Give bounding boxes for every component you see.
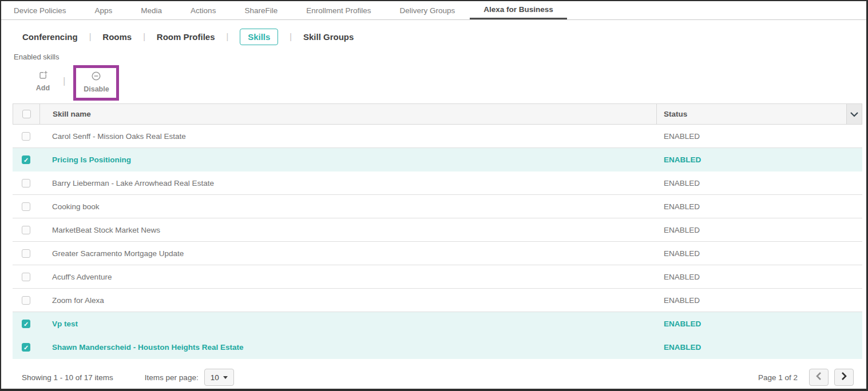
skills-table: Skill name Status Carol Senff - Mission …	[13, 103, 862, 359]
column-menu-button[interactable]	[846, 104, 862, 124]
row-checkbox-cell	[13, 179, 39, 187]
next-page-button[interactable]	[834, 369, 854, 386]
top-navigation: Device Policies Apps Media Actions Share…	[1, 1, 866, 20]
row-checkbox-cell	[13, 132, 39, 141]
items-per-page-value: 10	[211, 373, 219, 382]
showing-count-text: Showing 1 - 10 of 17 items	[22, 373, 113, 382]
subtab-conferencing[interactable]: Conferencing	[22, 32, 78, 42]
toolbar: Add | Disable	[1, 63, 866, 100]
table-row[interactable]: Greater Sacramento Mortgage UpdateENABLE…	[13, 242, 862, 265]
sub-navigation: Conferencing | Rooms | Room Profiles | S…	[1, 27, 866, 46]
row-checkbox-cell: ✓	[13, 343, 39, 352]
chevron-down-icon	[850, 109, 858, 119]
row-checkbox-checked[interactable]: ✓	[22, 155, 30, 164]
row-checkbox-checked[interactable]: ✓	[22, 320, 30, 328]
row-checkbox-checked[interactable]: ✓	[22, 343, 30, 352]
row-checkbox[interactable]	[22, 132, 30, 141]
tab-delivery-groups[interactable]: Delivery Groups	[399, 1, 455, 19]
skill-name: Cooking book	[39, 202, 656, 211]
skill-name: MarketBeat Stock Market News	[39, 226, 656, 234]
row-checkbox-cell	[13, 273, 39, 281]
table-row[interactable]: Zoom for AlexaENABLED	[13, 289, 862, 312]
skill-name: Carol Senff - Mission Oaks Real Estate	[39, 132, 656, 141]
row-checkbox[interactable]	[22, 273, 30, 281]
table-body: Carol Senff - Mission Oaks Real EstateEN…	[13, 125, 862, 359]
toolbar-separator: |	[63, 75, 65, 87]
skill-name: Greater Sacramento Mortgage Update	[39, 249, 656, 258]
tab-media[interactable]: Media	[141, 1, 162, 19]
row-checkbox[interactable]	[22, 179, 30, 187]
tab-sharefile[interactable]: ShareFile	[244, 1, 278, 19]
tab-actions[interactable]: Actions	[191, 1, 216, 19]
caret-down-icon	[223, 376, 228, 379]
subtab-room-profiles[interactable]: Room Profiles	[157, 32, 215, 42]
subtab-rooms[interactable]: Rooms	[102, 32, 132, 42]
skill-status: ENABLED	[656, 202, 862, 211]
skill-status: ENABLED	[656, 320, 862, 328]
subnav-separator: |	[89, 32, 92, 41]
table-row[interactable]: Cooking bookENABLED	[13, 195, 862, 218]
skill-name: Barry Lieberman - Lake Arrowhead Real Es…	[39, 179, 656, 187]
chevron-left-icon	[816, 372, 822, 382]
disable-button[interactable]: Disable	[82, 71, 110, 93]
row-checkbox[interactable]	[22, 226, 30, 234]
items-per-page-label: Items per page:	[145, 373, 199, 382]
table-row[interactable]: Carol Senff - Mission Oaks Real EstateEN…	[13, 125, 862, 148]
table-row[interactable]: ✓Shawn Manderscheid - Houston Heights Re…	[13, 336, 862, 359]
page-indicator: Page 1 of 2	[758, 373, 798, 382]
disable-highlight-box: Disable	[73, 65, 119, 101]
row-checkbox[interactable]	[22, 296, 30, 305]
tab-enrollment-profiles[interactable]: Enrollment Profiles	[306, 1, 371, 19]
table-row[interactable]: ✓Vp testENABLED	[13, 312, 862, 336]
skill-name: Vp test	[39, 320, 656, 328]
add-button[interactable]: Add	[29, 70, 57, 92]
previous-page-button[interactable]	[809, 369, 829, 386]
skill-name: Shawn Manderscheid - Houston Heights Rea…	[39, 343, 656, 352]
table-row[interactable]: Acuff's AdventureENABLED	[13, 265, 862, 289]
table-row[interactable]: ✓Pricing Is PositioningENABLED	[13, 148, 862, 171]
skill-status: ENABLED	[656, 226, 862, 234]
skill-name: Pricing Is Positioning	[39, 155, 656, 164]
add-button-label: Add	[36, 84, 50, 92]
row-checkbox[interactable]	[22, 249, 30, 258]
subtab-skills[interactable]: Skills	[240, 29, 278, 45]
tab-apps[interactable]: Apps	[95, 1, 113, 19]
skill-status: ENABLED	[656, 132, 862, 141]
skill-status: ENABLED	[656, 179, 862, 187]
skill-status: ENABLED	[656, 296, 862, 305]
subnav-separator: |	[143, 32, 145, 41]
row-checkbox-cell	[13, 296, 39, 305]
skill-name: Acuff's Adventure	[39, 273, 656, 281]
row-checkbox-cell	[13, 202, 39, 211]
add-icon	[38, 70, 48, 82]
subtab-skill-groups[interactable]: Skill Groups	[303, 32, 354, 42]
column-header-status: Status	[656, 104, 846, 124]
skill-status: ENABLED	[656, 343, 862, 352]
column-header-skill-name: Skill name	[40, 104, 656, 124]
row-checkbox-cell: ✓	[13, 155, 39, 164]
row-checkbox-cell: ✓	[13, 320, 39, 328]
select-all-checkbox[interactable]	[22, 110, 31, 118]
pagination-bar: Showing 1 - 10 of 17 items Items per pag…	[1, 369, 866, 386]
disable-button-label: Disable	[84, 85, 109, 93]
skill-status: ENABLED	[656, 155, 862, 164]
table-row[interactable]: Barry Lieberman - Lake Arrowhead Real Es…	[13, 171, 862, 195]
skill-name: Zoom for Alexa	[39, 296, 656, 305]
chevron-right-icon	[841, 372, 847, 382]
select-all-cell	[13, 104, 40, 124]
subnav-separator: |	[227, 32, 229, 41]
tab-alexa-for-business[interactable]: Alexa for Business	[470, 1, 567, 19]
row-checkbox[interactable]	[22, 202, 30, 211]
table-row[interactable]: MarketBeat Stock Market NewsENABLED	[13, 218, 862, 242]
row-checkbox-cell	[13, 249, 39, 258]
skill-status: ENABLED	[656, 249, 862, 258]
section-label: Enabled skills	[14, 53, 866, 61]
disable-minus-icon	[91, 71, 101, 83]
table-header: Skill name Status	[13, 103, 862, 125]
tab-device-policies[interactable]: Device Policies	[14, 1, 66, 19]
items-per-page-dropdown[interactable]: 10	[204, 369, 234, 386]
row-checkbox-cell	[13, 226, 39, 234]
skill-status: ENABLED	[656, 273, 862, 281]
subnav-separator: |	[290, 32, 292, 41]
